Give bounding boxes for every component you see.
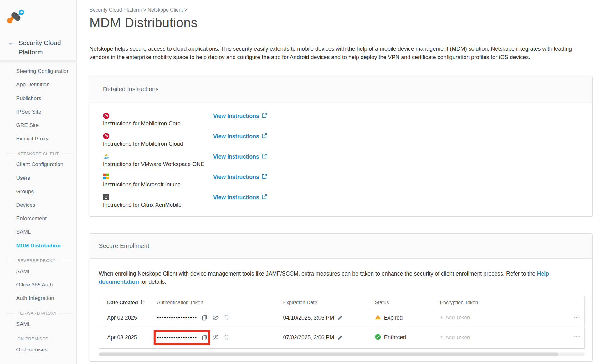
- sidebar-item-mdm-distribution[interactable]: MDM Distribution: [0, 239, 76, 252]
- token-expiration-date: 07/02/2025, 3:06 PM: [283, 334, 334, 341]
- external-link-icon: [262, 174, 267, 180]
- sidebar-section-on-premises: ON PREMISES: [7, 337, 73, 341]
- mobileiron-icon: [103, 133, 213, 139]
- plus-icon: +: [440, 334, 443, 341]
- column-header-encryption-token: Encryption Token: [440, 300, 569, 305]
- detailed-instructions-card: Detailed Instructions Instructions for M…: [90, 76, 593, 217]
- external-link-icon: [262, 194, 267, 200]
- sidebar-item-publishers[interactable]: Publishers: [0, 92, 76, 105]
- masked-auth-token: •••••••••••••••••: [157, 335, 197, 340]
- airwatch-icon: aw: [103, 153, 213, 160]
- token-row: Apr 02 2025 •••••••••••••••••: [99, 309, 585, 326]
- sidebar-section-forward-proxy: FORWARD PROXY: [7, 311, 73, 316]
- sidebar-nav: Steering Configuration App Definition Pu…: [0, 64, 76, 356]
- copy-token-icon[interactable]: [202, 315, 208, 320]
- column-header-expiration-date: Expiration Date: [283, 300, 375, 305]
- status-label: Expired: [384, 315, 403, 321]
- horizontal-scrollbar-thumb[interactable]: [99, 352, 558, 356]
- add-encryption-token-button[interactable]: + Add Token: [440, 315, 470, 321]
- sidebar-section-reverse-proxy: REVERSE PROXY: [7, 258, 73, 263]
- tokens-table: Date Created Authentication Token Expira…: [99, 296, 585, 349]
- sidebar-item-client-configuration[interactable]: Client Configuration: [0, 158, 76, 171]
- check-circle-icon: [375, 334, 381, 341]
- sidebar-item-users[interactable]: Users: [0, 171, 76, 185]
- secure-enrollment-header: Secure Enrollment: [90, 234, 592, 259]
- token-expiration-date: 04/10/2025, 3:05 PM: [283, 315, 334, 321]
- instruction-row-microsoft-intune: Instructions for Microsoft Intune View I…: [103, 174, 592, 188]
- more-options-icon[interactable]: ⋯: [573, 333, 581, 341]
- instruction-label: Instructions for MobileIron Cloud: [103, 141, 213, 147]
- delete-token-icon[interactable]: [224, 315, 229, 320]
- view-instructions-link[interactable]: View Instructions: [213, 113, 267, 119]
- delete-token-icon[interactable]: [224, 335, 229, 340]
- external-link-icon: [262, 154, 267, 160]
- sidebar-item-on-premises[interactable]: On-Premises: [0, 343, 76, 356]
- sidebar-item-auth-integration[interactable]: Auth Integration: [0, 292, 76, 305]
- token-date-created: Apr 03 2025: [99, 334, 157, 341]
- instruction-row-mobileiron-cloud: Instructions for MobileIron Cloud View I…: [103, 133, 592, 147]
- edit-expiration-icon[interactable]: [337, 335, 343, 340]
- back-to-platform[interactable]: ← Security Cloud Platform: [8, 38, 74, 57]
- copy-token-icon[interactable]: [202, 335, 208, 340]
- view-instructions-link[interactable]: View Instructions: [213, 174, 267, 180]
- svg-text:C: C: [105, 195, 108, 200]
- sidebar-item-app-definition[interactable]: App Definition: [0, 78, 76, 92]
- view-instructions-link[interactable]: View Instructions: [213, 154, 267, 160]
- sidebar-item-ipsec-site[interactable]: IPSec Site: [0, 105, 76, 119]
- tokens-table-header: Date Created Authentication Token Expira…: [99, 296, 585, 309]
- secure-enrollment-description: When enrolling Netskope Client with devi…: [99, 270, 582, 286]
- token-row: Apr 03 2025 •••••••••••••••••: [99, 326, 585, 348]
- sidebar-section-netskope-client: NETSKOPE CLIENT: [7, 151, 73, 156]
- token-date-created: Apr 02 2025: [99, 315, 157, 321]
- page-title: MDM Distributions: [90, 15, 593, 30]
- back-arrow-icon: ←: [8, 38, 15, 57]
- instruction-label: Instructions for VMware Workspace ONE: [103, 161, 213, 168]
- plus-icon: +: [440, 315, 443, 321]
- sidebar-item-gre-site[interactable]: GRE Site: [0, 119, 76, 132]
- status-badge: Expired: [375, 314, 440, 321]
- back-label: Security Cloud Platform: [18, 38, 68, 57]
- main-content: Security Cloud Platform > Netskope Clien…: [77, 0, 601, 364]
- microsoft-icon: [103, 174, 213, 180]
- sidebar-item-saml-forward[interactable]: SAML: [0, 317, 76, 331]
- sidebar-item-saml-reverse[interactable]: SAML: [0, 265, 76, 278]
- sidebar-item-groups[interactable]: Groups: [0, 185, 76, 198]
- column-header-status: Status: [375, 300, 440, 305]
- citrix-icon: C: [103, 194, 213, 200]
- more-options-icon[interactable]: ⋯: [573, 313, 581, 321]
- sidebar-item-devices[interactable]: Devices: [0, 198, 76, 212]
- view-instructions-link[interactable]: View Instructions: [213, 194, 267, 200]
- show-token-icon[interactable]: [213, 315, 219, 320]
- detailed-instructions-header: Detailed Instructions: [90, 77, 592, 103]
- view-instructions-link[interactable]: View Instructions: [213, 133, 267, 139]
- sidebar-item-steering-configuration[interactable]: Steering Configuration: [0, 64, 76, 78]
- mobileiron-icon: [103, 113, 213, 119]
- page-description: Netskope helps secure access to cloud ap…: [90, 44, 584, 61]
- sort-ascending-icon: [140, 300, 145, 305]
- instruction-label: Instructions for MobileIron Core: [103, 121, 213, 127]
- instruction-label: Instructions for Citrix XenMobile: [103, 202, 213, 208]
- instruction-row-mobileiron-core: Instructions for MobileIron Core View In…: [103, 113, 592, 127]
- app-viewport: ← Security Cloud Platform Steering Confi…: [0, 0, 601, 364]
- sidebar-item-enforcement[interactable]: Enforcement: [0, 212, 76, 225]
- secure-enrollment-card: Secure Enrollment When enrolling Netskop…: [90, 233, 593, 361]
- sidebar-item-explicit-proxy[interactable]: Explicit Proxy: [0, 132, 76, 145]
- sidebar-item-saml-client[interactable]: SAML: [0, 225, 76, 239]
- instruction-label: Instructions for Microsoft Intune: [103, 182, 213, 188]
- sidebar-item-office-365-auth[interactable]: Office 365 Auth: [0, 278, 76, 291]
- instruction-row-citrix-xenmobile: C Instructions for Citrix XenMobile View…: [103, 194, 592, 208]
- add-encryption-token-button[interactable]: + Add Token: [440, 334, 470, 341]
- netskope-logo-icon[interactable]: [6, 9, 77, 25]
- column-header-date-created[interactable]: Date Created: [99, 300, 157, 305]
- show-token-icon[interactable]: [213, 335, 219, 340]
- edit-expiration-icon[interactable]: [337, 315, 343, 320]
- sidebar: ← Security Cloud Platform Steering Confi…: [0, 0, 77, 364]
- column-header-authentication-token: Authentication Token: [157, 300, 283, 305]
- breadcrumb[interactable]: Security Cloud Platform > Netskope Clien…: [90, 7, 593, 13]
- masked-auth-token: •••••••••••••••••: [157, 315, 197, 320]
- status-label: Enforced: [384, 334, 406, 341]
- external-link-icon: [262, 133, 267, 139]
- external-link-icon: [262, 113, 267, 119]
- sidebar-scroll-shadow: [0, 60, 76, 64]
- warning-icon: [375, 314, 381, 321]
